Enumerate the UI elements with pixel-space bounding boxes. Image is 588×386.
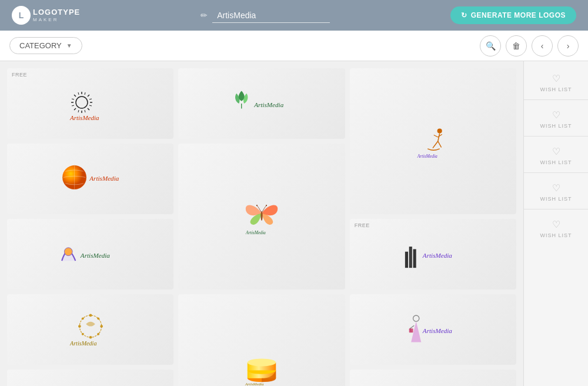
logo-svg-10: ArtisMedia xyxy=(397,312,468,347)
svg-line-23 xyxy=(438,134,442,137)
svg-line-9 xyxy=(85,92,85,95)
logo-svg-3: ArtisMedia xyxy=(406,121,459,162)
logo-card-1[interactable]: FREE xyxy=(7,68,173,139)
svg-line-8 xyxy=(74,95,76,96)
svg-point-57 xyxy=(413,315,419,321)
search-button[interactable]: 🔍 xyxy=(480,35,501,56)
svg-text:ArtisMedia: ArtisMedia xyxy=(422,327,452,334)
svg-line-13 xyxy=(72,105,74,106)
wishlist-item-4[interactable]: ♡ WISH LIST xyxy=(524,175,588,209)
toolbar-right: 🔍 🗑 ‹ › xyxy=(480,35,579,56)
logo-svg-9: ArtisMedia xyxy=(229,347,294,386)
wishlist-label-2: WISH LIST xyxy=(540,123,572,129)
logo-card-12[interactable]: ArtisMedia xyxy=(350,370,516,386)
svg-text:ArtisMedia: ArtisMedia xyxy=(253,101,283,108)
svg-point-29 xyxy=(260,211,262,221)
svg-point-45 xyxy=(100,325,103,328)
wishlist-item-5[interactable]: ♡ WISH LIST xyxy=(524,212,588,245)
heart-icon-3: ♡ xyxy=(552,146,560,157)
svg-point-55 xyxy=(248,358,276,366)
svg-text:ArtisMedia: ArtisMedia xyxy=(80,252,110,259)
logo-grid: FREE xyxy=(0,61,523,386)
svg-line-7 xyxy=(74,108,76,110)
svg-point-31 xyxy=(266,205,267,206)
svg-point-43 xyxy=(89,336,92,339)
logo-area: L LOGOTYPE MAKER xyxy=(12,6,80,25)
wishlist-item-1[interactable]: ♡ WISH LIST xyxy=(524,66,588,100)
heart-icon-5: ♡ xyxy=(552,219,560,230)
toolbar: CATEGORY ▼ 🔍 🗑 ‹ › xyxy=(0,31,588,61)
svg-point-33 xyxy=(64,248,72,256)
generate-more-button[interactable]: ↻ GENERATE MORE LOGOS xyxy=(450,6,576,24)
logo-svg-1: ArtisMedia xyxy=(64,86,117,121)
wishlist-sidebar: ♡ WISH LIST ♡ WISH LIST ♡ WISH LIST ♡ WI… xyxy=(523,61,588,386)
delete-button[interactable]: 🗑 xyxy=(506,35,527,56)
logo-card-7[interactable]: FREE ArtisMedia xyxy=(350,219,516,290)
svg-line-22 xyxy=(434,135,438,138)
main-content: FREE xyxy=(0,61,588,386)
logo-card-11[interactable]: ArtisMedia xyxy=(7,370,173,386)
svg-point-49 xyxy=(97,333,99,335)
logo-icon: L xyxy=(12,6,31,25)
svg-line-5 xyxy=(88,95,89,96)
chevron-down-icon: ▼ xyxy=(66,42,72,49)
logo-svg-4: ArtisMedia xyxy=(55,161,126,197)
heart-icon-1: ♡ xyxy=(552,73,560,84)
svg-point-48 xyxy=(81,333,83,335)
wishlist-label-5: WISH LIST xyxy=(540,232,572,238)
logo-card-8[interactable]: ArtisMedia xyxy=(7,294,173,365)
logo-name: LOGOTYPE xyxy=(33,8,80,16)
svg-point-47 xyxy=(97,317,99,320)
svg-text:ArtisMedia: ArtisMedia xyxy=(89,175,119,182)
wishlist-item-2[interactable]: ♡ WISH LIST xyxy=(524,102,588,137)
svg-line-6 xyxy=(88,108,89,110)
svg-line-11 xyxy=(89,105,92,106)
logo-card-6[interactable]: ArtisMedia xyxy=(7,219,173,290)
search-input[interactable] xyxy=(212,8,330,23)
svg-rect-35 xyxy=(405,252,408,268)
svg-line-15 xyxy=(85,110,85,112)
logo-card-4[interactable]: ArtisMedia xyxy=(7,144,173,214)
logo-svg-5: ArtisMedia xyxy=(226,196,297,237)
svg-point-20 xyxy=(437,128,442,133)
pencil-icon: ✏ xyxy=(201,11,208,20)
svg-text:ArtisMedia: ArtisMedia xyxy=(417,154,437,159)
svg-text:ArtisMedia: ArtisMedia xyxy=(69,114,99,121)
svg-point-46 xyxy=(81,317,83,320)
svg-line-12 xyxy=(89,99,92,99)
logo-sub: MAKER xyxy=(33,17,80,22)
heart-icon-2: ♡ xyxy=(552,109,560,121)
category-dropdown[interactable]: CATEGORY ▼ xyxy=(9,37,82,54)
wishlist-label-3: WISH LIST xyxy=(540,159,572,165)
svg-point-42 xyxy=(89,314,92,317)
svg-line-14 xyxy=(72,99,74,99)
search-area: ✏ xyxy=(89,8,441,23)
svg-point-0 xyxy=(76,96,88,108)
svg-text:ArtisMedia: ArtisMedia xyxy=(245,382,264,386)
logo-card-2[interactable]: ArtisMedia xyxy=(178,68,345,139)
svg-rect-58 xyxy=(409,328,413,332)
wishlist-label-1: WISH LIST xyxy=(540,86,572,92)
svg-point-30 xyxy=(256,205,258,206)
next-button[interactable]: › xyxy=(557,35,579,56)
refresh-icon: ↻ xyxy=(461,11,467,19)
heart-icon-4: ♡ xyxy=(552,182,560,194)
svg-line-16 xyxy=(78,110,79,112)
logo-card-9[interactable]: ArtisMedia xyxy=(178,294,345,386)
svg-line-10 xyxy=(78,92,79,95)
svg-text:ArtisMedia: ArtisMedia xyxy=(245,230,266,235)
svg-text:ArtisMedia: ArtisMedia xyxy=(422,252,452,259)
svg-rect-37 xyxy=(413,249,416,268)
wishlist-label-4: WISH LIST xyxy=(540,196,572,202)
svg-point-44 xyxy=(78,325,81,328)
logo-svg-7: ArtisMedia xyxy=(395,237,471,272)
wishlist-item-3[interactable]: ♡ WISH LIST xyxy=(524,139,588,173)
logo-svg-8: ArtisMedia xyxy=(52,309,129,350)
prev-button[interactable]: ‹ xyxy=(532,35,553,56)
logo-card-10[interactable]: ArtisMedia xyxy=(350,294,516,365)
logo-card-3[interactable]: ArtisMedia xyxy=(350,68,516,214)
generate-btn-label: GENERATE MORE LOGOS xyxy=(471,11,566,19)
logo-text-block: LOGOTYPE MAKER xyxy=(33,8,80,22)
logo-card-5[interactable]: ArtisMedia xyxy=(178,144,345,290)
logo-svg-2: ArtisMedia xyxy=(226,86,297,121)
